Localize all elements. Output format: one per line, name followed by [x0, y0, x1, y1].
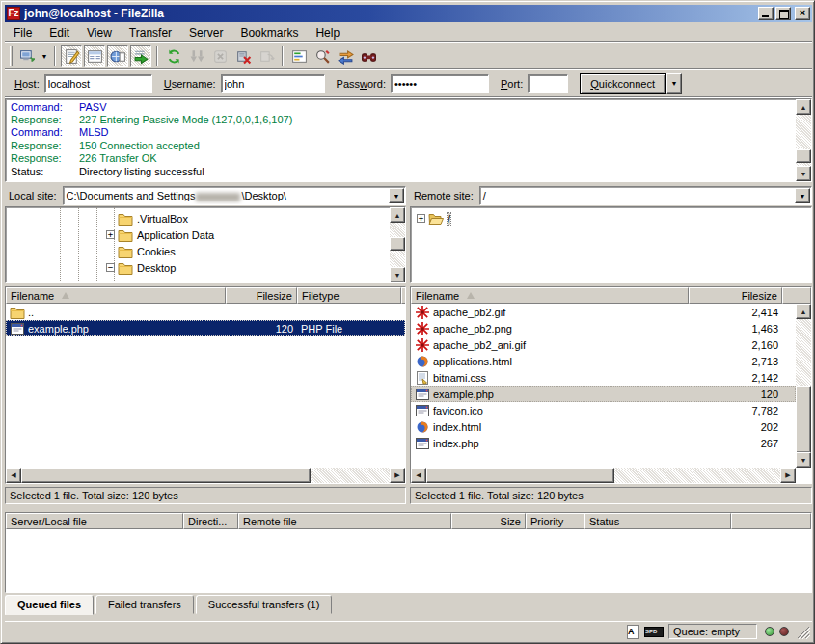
quickconnect-dropdown-icon[interactable]: ▼ — [666, 73, 682, 94]
process-queue-icon[interactable] — [186, 45, 207, 67]
column-header-filesize[interactable]: Filesize — [689, 287, 782, 304]
scroll-right-icon[interactable]: ▶ — [780, 468, 796, 483]
filter-icon[interactable] — [288, 45, 310, 67]
username-input[interactable] — [221, 74, 325, 93]
refresh-icon[interactable] — [163, 45, 184, 67]
toggle-log-icon[interactable] — [61, 45, 82, 67]
remote-site-combo[interactable]: / ▼ — [479, 186, 812, 205]
cancel-icon[interactable] — [209, 45, 231, 67]
log-line: Response:227 Entering Passive Mode (127,… — [8, 113, 794, 125]
tab-queued-files[interactable]: Queued files — [5, 595, 94, 615]
queue-column-remote-file[interactable]: Remote file — [238, 513, 451, 529]
queue-column-priority[interactable]: Priority — [526, 513, 584, 529]
html-icon — [415, 355, 430, 368]
tree-item-cookies[interactable]: Cookies — [106, 243, 176, 259]
site-manager-icon[interactable] — [16, 45, 38, 67]
transfer-type-ascii-icon[interactable]: A — [627, 625, 639, 639]
menu-server[interactable]: Server — [180, 24, 231, 41]
column-header-filetype[interactable]: Filetype — [297, 287, 401, 304]
file-row[interactable]: applications.html2,713 — [411, 353, 796, 369]
tree-item-application-data[interactable]: +Application Data — [106, 227, 214, 243]
password-input[interactable] — [391, 74, 489, 93]
column-header-l[interactable]: L — [401, 287, 406, 304]
scroll-thumb[interactable] — [796, 149, 811, 163]
file-row[interactable]: index.php267 — [411, 435, 796, 451]
compare-icon[interactable] — [312, 45, 333, 67]
local-site-combo[interactable]: C:\Documents and Settings\Desktop\ ▼ — [63, 186, 406, 205]
toggle-local-tree-icon[interactable] — [84, 45, 105, 67]
expand-plus-icon[interactable]: + — [106, 230, 115, 239]
scroll-left-icon[interactable]: ◀ — [411, 468, 426, 483]
menu-file[interactable]: File — [5, 24, 41, 41]
scroll-thumb[interactable] — [796, 386, 811, 453]
scroll-up-icon[interactable]: ▲ — [390, 207, 405, 223]
quickconnect-button[interactable]: Quickconnect — [580, 73, 666, 94]
toggle-remote-tree-icon[interactable] — [107, 45, 128, 67]
resize-grip[interactable] — [796, 625, 810, 639]
reconnect-icon[interactable] — [256, 45, 277, 67]
sync-browse-icon[interactable] — [335, 45, 356, 67]
collapse-minus-icon[interactable]: − — [106, 263, 115, 272]
menu-view[interactable]: View — [78, 24, 121, 41]
file-row[interactable]: apache_pb2_ani.gif2,160 — [411, 336, 796, 353]
column-header-filename[interactable]: Filename — [411, 287, 689, 304]
disconnect-icon[interactable] — [232, 45, 254, 67]
file-row[interactable]: index.html202 — [411, 418, 796, 435]
port-input[interactable] — [528, 74, 568, 93]
menu-help[interactable]: Help — [307, 24, 348, 41]
queue-column-directi-[interactable]: Directi... — [183, 513, 238, 529]
maximize-button[interactable] — [775, 7, 791, 20]
toggle-queue-icon[interactable] — [130, 45, 151, 67]
folder-icon — [118, 261, 133, 275]
activity-led-green-icon — [765, 627, 774, 636]
queue-column-status[interactable]: Status — [584, 513, 731, 529]
scroll-up-icon[interactable]: ▲ — [796, 304, 811, 319]
scroll-thumb[interactable] — [390, 237, 405, 251]
tree-item--virtualbox[interactable]: .VirtualBox — [106, 210, 188, 227]
remote-hscrollbar[interactable]: ◀ ▶ — [411, 468, 796, 483]
close-button[interactable]: × — [795, 7, 810, 20]
tab-failed-transfers[interactable]: Failed transfers — [95, 595, 194, 614]
column-header-filesize[interactable]: Filesize — [226, 287, 297, 304]
log-label: Command: — [8, 126, 79, 138]
expand-plus-icon[interactable]: + — [417, 214, 425, 223]
menu-bookmarks[interactable]: Bookmarks — [231, 24, 307, 41]
file-row[interactable]: .. — [6, 304, 405, 320]
file-row[interactable]: bitnami.css2,142 — [411, 369, 796, 386]
file-row[interactable]: apache_pb2.gif2,414 — [411, 304, 796, 320]
chevron-down-icon[interactable]: ▼ — [795, 188, 810, 203]
minimize-button[interactable] — [758, 7, 774, 20]
remote-vscrollbar[interactable]: ▲ ▼ — [796, 304, 811, 468]
log-scrollbar[interactable]: ▲ ▼ — [796, 99, 811, 181]
scroll-up-icon[interactable]: ▲ — [796, 99, 811, 115]
find-icon[interactable] — [358, 45, 379, 67]
local-hscrollbar[interactable]: ◀ ▶ — [6, 468, 405, 483]
host-input[interactable] — [44, 74, 152, 93]
menu-transfer[interactable]: Transfer — [121, 24, 180, 41]
local-list-header: FilenameFilesizeFiletypeL — [6, 287, 405, 304]
scroll-down-icon[interactable]: ▼ — [796, 166, 811, 181]
scroll-right-icon[interactable]: ▶ — [390, 468, 405, 483]
tree-item-root[interactable]: +/ — [417, 210, 450, 227]
file-row[interactable]: apache_pb2.png1,463 — [411, 320, 796, 336]
queue-column-size[interactable]: Size — [451, 513, 526, 529]
menu-edit[interactable]: Edit — [41, 24, 78, 41]
queue-column-server-local-file[interactable]: Server/Local file — [6, 513, 183, 529]
local-tree-scrollbar[interactable]: ▲ ▼ — [390, 207, 405, 282]
file-row[interactable]: example.php120PHP File1 — [6, 320, 405, 336]
title-bar[interactable]: Fz john@localhost - FileZilla × — [5, 5, 812, 22]
scroll-thumb[interactable] — [21, 468, 311, 483]
tab-successful-transfers-1-[interactable]: Successful transfers (1) — [196, 595, 333, 614]
scroll-down-icon[interactable]: ▼ — [390, 267, 405, 282]
tree-item-desktop[interactable]: −Desktop — [106, 259, 176, 276]
site-manager-dropdown-icon[interactable]: ▼ — [39, 45, 50, 67]
speed-limits-icon[interactable]: SPD — [644, 627, 664, 637]
file-row[interactable]: favicon.ico7,782 — [411, 402, 796, 418]
scroll-down-icon[interactable]: ▼ — [796, 452, 811, 468]
scroll-left-icon[interactable]: ◀ — [6, 468, 21, 483]
toolbar-grip[interactable] — [10, 46, 13, 66]
scroll-thumb[interactable] — [426, 468, 614, 483]
column-header-filename[interactable]: Filename — [6, 287, 226, 304]
file-row[interactable]: example.php120 — [411, 386, 796, 402]
chevron-down-icon[interactable]: ▼ — [389, 188, 404, 203]
